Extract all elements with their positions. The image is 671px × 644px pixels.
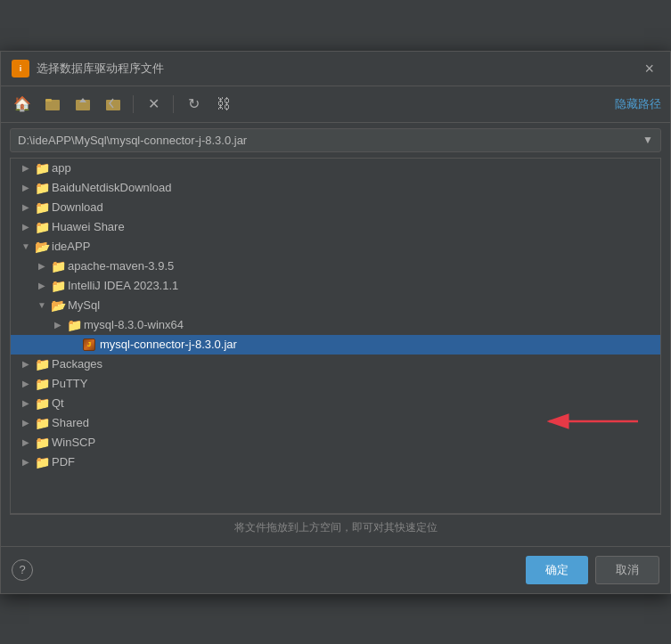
delete-button[interactable]: ✕ [141,92,166,117]
title-bar: i 选择数据库驱动程序文件 × [1,52,670,86]
cancel-button[interactable]: 取消 [595,556,659,584]
item-label-download: Download [52,200,103,214]
dialog-title: 选择数据库驱动程序文件 [37,61,632,77]
app-icon: i [12,60,29,77]
expand-icon-app: ▶ [18,163,34,173]
expand-icon-putty: ▶ [18,379,34,388]
item-label-maven: apache-maven-3.9.5 [68,259,174,273]
folder-icon-packages: 📁 [34,357,50,371]
expand-icon-packages: ▶ [18,359,34,369]
folder-icon-huawei: 📁 [34,220,50,234]
item-label-connector: mysql-connector-j-8.3.0.jar [100,338,237,351]
tree-item-app[interactable]: ▶ 📁 app [11,159,660,178]
path-input[interactable] [11,129,635,151]
hide-path-button[interactable]: 隐藏路径 [615,96,661,112]
tree-item-putty[interactable]: ▶ 📁 PuTTY [11,374,660,394]
svg-rect-3 [45,99,52,102]
folder-icon-shared: 📁 [34,416,50,430]
expand-icon-winscp: ▶ [18,437,34,447]
file-tree[interactable]: ▶ 📁 app ▶ 📁 BaiduNetdiskDownload ▶ 📁 Dow… [10,158,661,514]
tree-item-huawei[interactable]: ▶ 📁 Huawei Share [11,217,660,237]
confirm-button[interactable]: 确定 [526,556,588,584]
refresh-button[interactable]: ↻ [181,92,206,117]
item-label-ideapp: ideAPP [52,240,90,253]
nav-back-button[interactable] [101,92,126,117]
item-label-pdf: PDF [52,455,75,469]
separator-1 [133,95,134,113]
folder-icon-mysql: 📂 [50,298,66,313]
tree-item-baidu[interactable]: ▶ 📁 BaiduNetdiskDownload [11,178,660,198]
expand-icon-mysql: ▼ [34,300,50,310]
item-label-putty: PuTTY [52,377,87,390]
jar-file-icon: J [82,338,96,352]
item-label-shared: Shared [52,416,89,429]
item-label-winscp: WinSCP [52,436,95,449]
item-label-huawei: Huawei Share [52,220,125,233]
folder-icon-app: 📁 [34,161,50,175]
item-label-packages: Packages [52,357,102,371]
folder-icon-download: 📁 [34,200,50,215]
expand-icon-pdf: ▶ [18,457,34,467]
tree-item-download[interactable]: ▶ 📁 Download [11,198,660,217]
link-button[interactable]: ⛓ [211,92,236,117]
toolbar: 🏠 ✕ ↻ ⛓ 隐藏路径 [1,86,670,123]
expand-icon-baidu: ▶ [18,183,34,192]
tree-item-pdf[interactable]: ▶ 📁 PDF [11,452,660,472]
expand-icon-maven: ▶ [34,261,50,271]
new-folder-button[interactable] [40,92,65,117]
file-chooser-dialog: i 选择数据库驱动程序文件 × 🏠 ✕ ↻ [0,51,671,594]
folder-icon-maven: 📁 [50,259,66,273]
expand-icon-ideapp: ▼ [18,241,34,251]
expand-icon-intellij: ▶ [34,281,50,290]
item-label-mysql: MySql [68,298,100,312]
tree-item-ideapp[interactable]: ▼ 📂 ideAPP [11,237,660,257]
expand-icon-connector: ▶ [66,339,82,349]
path-dropdown-button[interactable]: ▼ [635,130,660,150]
expand-icon-shared: ▶ [18,418,34,428]
expand-icon-qt: ▶ [18,398,34,408]
tree-item-maven[interactable]: ▶ 📁 apache-maven-3.9.5 [11,257,660,276]
folder-icon-pdf: 📁 [34,455,50,469]
folder-icon-mysql-winx64: 📁 [66,318,82,332]
svg-rect-5 [106,100,120,110]
tree-item-qt[interactable]: ▶ 📁 Qt [11,394,660,413]
hint-text: 将文件拖放到上方空间，即可对其快速定位 [10,514,661,541]
footer-buttons: 确定 取消 [526,556,659,584]
tree-item-shared[interactable]: ▶ 📁 Shared [11,413,660,433]
folder-icon-putty: 📁 [34,377,50,391]
help-button[interactable]: ? [12,559,33,581]
close-button[interactable]: × [639,59,659,78]
folder-icon-qt: 📁 [34,396,50,411]
folder-icon-baidu: 📁 [34,181,50,195]
tree-item-mysql-winx64[interactable]: ▶ 📁 mysql-8.3.0-winx64 [11,315,660,335]
tree-item-intellij[interactable]: ▶ 📁 IntelliJ IDEA 2023.1.1 [11,276,660,296]
folder-icon-ideapp: 📂 [34,240,50,254]
footer: ? 确定 取消 [1,546,670,593]
tree-item-mysql[interactable]: ▼ 📂 MySql [11,296,660,315]
expand-icon-mysql-winx64: ▶ [50,320,66,330]
tree-item-packages[interactable]: ▶ 📁 Packages [11,355,660,374]
separator-2 [173,95,174,113]
tree-item-winscp[interactable]: ▶ 📁 WinSCP [11,433,660,452]
folder-icon-intellij: 📁 [50,279,66,293]
path-bar: ▼ [10,128,661,152]
expand-icon-download: ▶ [18,202,34,212]
svg-text:i: i [20,64,22,73]
home-button[interactable]: 🏠 [10,92,35,117]
expand-icon-huawei: ▶ [18,222,34,232]
nav-up-button[interactable] [70,92,95,117]
item-label-app: app [52,161,71,175]
item-label-intellij: IntelliJ IDEA 2023.1.1 [68,279,178,292]
item-label-mysql-winx64: mysql-8.3.0-winx64 [84,318,184,331]
item-label-qt: Qt [52,396,64,410]
folder-icon-winscp: 📁 [34,436,50,450]
tree-item-mysql-connector[interactable]: ▶ J mysql-connector-j-8.3.0.jar [11,335,660,355]
item-label-baidu: BaiduNetdiskDownload [52,181,171,194]
